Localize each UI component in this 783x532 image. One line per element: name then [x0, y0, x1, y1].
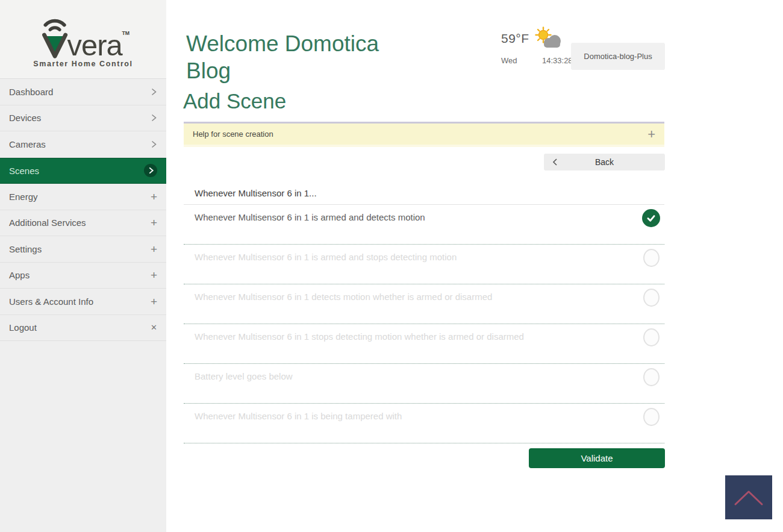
sidebar-item-label: Users & Account Info	[9, 296, 93, 307]
trigger-option-detects-motion-any[interactable]: Whenever Multisensor 6 in 1 detects moti…	[184, 284, 664, 324]
trigger-option-tampered[interactable]: Whenever Multisensor 6 in 1 is being tam…	[184, 404, 664, 443]
trigger-option-label: Battery level goes below	[195, 371, 654, 381]
plus-icon: +	[151, 191, 157, 202]
back-button[interactable]: Back	[544, 154, 665, 171]
help-bar-shadow	[184, 145, 664, 147]
sidebar-item-label: Energy	[9, 192, 38, 202]
main-content: Welcome Domotica Blog 59°F	[166, 0, 783, 532]
trigger-option-battery-level[interactable]: Battery level goes below	[184, 364, 664, 404]
chevron-up-icon	[732, 488, 766, 507]
sidebar-item-label: Logout	[9, 322, 37, 333]
trigger-option-armed-stops-detecting[interactable]: Whenever Multisensor 6 in 1 is armed and…	[184, 245, 664, 284]
sidebar-nav: Dashboard Devices Cameras Scenes Energy	[0, 79, 166, 341]
back-button-label: Back	[544, 157, 665, 167]
plus-icon: +	[151, 243, 157, 255]
radio-unselected-icon[interactable]	[643, 289, 660, 307]
chevron-right-icon	[150, 114, 157, 122]
trigger-option-stops-detecting-any[interactable]: Whenever Multisensor 6 in 1 stops detect…	[184, 324, 664, 364]
trigger-option-armed-detects-motion[interactable]: Whenever Multisensor 6 in 1 is armed and…	[184, 205, 664, 245]
chevron-left-icon	[552, 158, 558, 168]
plus-icon: +	[151, 217, 157, 228]
sidebar-item-label: Dashboard	[9, 87, 53, 97]
help-bar[interactable]: Help for scene creation +	[184, 122, 664, 147]
validate-button[interactable]: Validate	[529, 448, 665, 468]
sidebar-item-label: Additional Services	[9, 217, 86, 228]
trigger-option-label: Whenever Multisensor 6 in 1 stops detect…	[195, 331, 654, 342]
radio-unselected-icon[interactable]	[643, 328, 660, 346]
trigger-option-label: Whenever Multisensor 6 in 1 detects moti…	[195, 292, 654, 302]
sidebar-item-scenes[interactable]: Scenes	[0, 158, 166, 184]
close-icon: ✕	[151, 323, 157, 332]
chevron-right-icon	[150, 140, 157, 148]
sidebar-item-settings[interactable]: Settings +	[0, 236, 166, 263]
chevron-right-icon	[150, 88, 157, 96]
sidebar-item-logout[interactable]: Logout ✕	[0, 315, 166, 342]
help-bar-label: Help for scene creation	[193, 130, 273, 139]
trigger-option-label: Whenever Multisensor 6 in 1 is armed and…	[195, 252, 654, 262]
trigger-section-label: Whenever Multisensor 6 in 1...	[184, 184, 664, 205]
trigger-option-label: Whenever Multisensor 6 in 1 is being tam…	[195, 411, 654, 421]
sidebar-item-cameras[interactable]: Cameras	[0, 131, 166, 158]
chevron-right-circle-icon	[144, 164, 157, 177]
weather-time: 14:33:28	[542, 56, 573, 65]
weather-day: Wed	[501, 56, 529, 65]
sidebar-item-users-account-info[interactable]: Users & Account Info +	[0, 289, 166, 315]
vera-logo: vera TM Smarter Home Control	[0, 0, 166, 79]
sidebar-item-label: Settings	[9, 244, 42, 254]
vera-tm-mark: TM	[122, 30, 130, 36]
vera-brand-text: vera	[67, 29, 123, 61]
vera-logo-icon: vera TM	[36, 10, 131, 62]
welcome-title: Welcome Domotica Blog	[186, 30, 409, 84]
plus-icon: +	[151, 269, 157, 281]
sidebar-item-label: Cameras	[9, 139, 46, 149]
sidebar-item-label: Scenes	[9, 166, 39, 176]
page-title: Add Scene	[183, 89, 286, 113]
sidebar-item-additional-services[interactable]: Additional Services +	[0, 210, 166, 237]
selected-check-icon[interactable]	[642, 209, 660, 227]
sidebar-item-label: Apps	[9, 270, 30, 280]
vera-tagline: Smarter Home Control	[33, 60, 133, 68]
temperature-value: 59°F	[501, 31, 529, 46]
sidebar-item-apps[interactable]: Apps +	[0, 263, 166, 289]
scroll-to-top-button[interactable]	[725, 475, 772, 519]
plus-icon: +	[151, 296, 157, 307]
radio-unselected-icon[interactable]	[643, 408, 660, 426]
sidebar: vera TM Smarter Home Control Dashboard D…	[0, 0, 166, 532]
trigger-option-list: Whenever Multisensor 6 in 1... Whenever …	[184, 184, 664, 443]
sun-behind-cloud-icon	[533, 27, 562, 53]
radio-unselected-icon[interactable]	[643, 368, 660, 386]
controller-select-button[interactable]: Domotica-blog-Plus	[571, 43, 665, 70]
trigger-option-label: Whenever Multisensor 6 in 1 is armed and…	[195, 212, 654, 222]
sidebar-item-label: Devices	[9, 113, 41, 123]
radio-unselected-icon[interactable]	[643, 249, 660, 267]
sidebar-item-devices[interactable]: Devices	[0, 105, 166, 132]
sidebar-item-energy[interactable]: Energy +	[0, 184, 166, 210]
expand-plus-icon[interactable]: +	[647, 128, 655, 141]
sidebar-item-dashboard[interactable]: Dashboard	[0, 79, 166, 105]
